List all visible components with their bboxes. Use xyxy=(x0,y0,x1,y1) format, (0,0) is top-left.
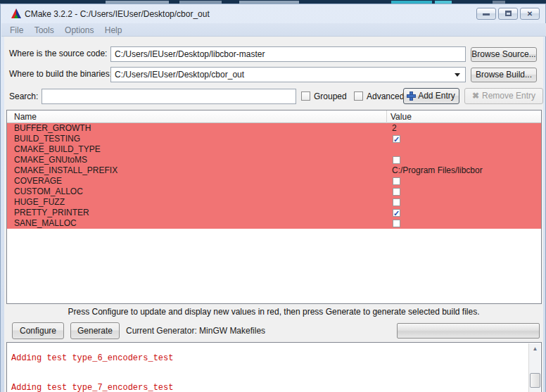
column-header-value[interactable]: Value xyxy=(391,112,412,122)
close-button[interactable]: ✕ xyxy=(520,8,540,20)
value-checkbox[interactable] xyxy=(393,209,400,217)
variable-name: CUSTOM_ALLOC xyxy=(14,186,83,197)
output-log[interactable]: Adding test type_6_encoders_test Adding … xyxy=(6,342,542,392)
variable-name: HUGE_FUZZ xyxy=(14,197,65,208)
table-row[interactable]: BUILD_TESTING xyxy=(7,134,541,144)
screen: CMake 3.2.2 - C:/Users/IEUser/Desktop/cb… xyxy=(0,0,546,392)
maximize-button[interactable] xyxy=(498,8,518,20)
build-path-combobox[interactable]: C:/Users/IEUser/Desktop/cbor_out xyxy=(110,67,466,82)
add-entry-button[interactable]: Add Entry xyxy=(403,88,459,104)
configure-button[interactable]: Configure xyxy=(12,322,64,339)
build-binaries-label: Where to build the binaries: xyxy=(9,69,112,79)
title-bar[interactable]: CMake 3.2.2 - C:/Users/IEUser/Desktop/cb… xyxy=(1,4,545,23)
table-row[interactable]: PRETTY_PRINTER xyxy=(7,208,541,218)
table-row[interactable]: HUGE_FUZZ xyxy=(7,197,541,208)
log-scrollbar[interactable]: ▲ ▼ xyxy=(528,343,540,392)
menu-help[interactable]: Help xyxy=(101,25,127,36)
variable-name: CMAKE_BUILD_TYPE xyxy=(14,144,101,155)
variable-name: CMAKE_GNUtoMS xyxy=(14,155,87,165)
variable-name: PRETTY_PRINTER xyxy=(14,208,89,218)
table-row[interactable]: CMAKE_GNUtoMS xyxy=(7,155,541,165)
variable-name: BUFFER_GROWTH xyxy=(14,123,91,134)
progress-bar xyxy=(397,323,540,339)
menu-bar: File Tools Options Help xyxy=(1,23,546,37)
value-checkbox[interactable] xyxy=(393,177,400,185)
table-row[interactable]: SANE_MALLOC xyxy=(7,218,541,229)
menu-options[interactable]: Options xyxy=(61,25,98,36)
browse-source-button[interactable]: Browse Source... xyxy=(471,47,537,62)
maximize-icon xyxy=(505,11,512,16)
value-checkbox[interactable] xyxy=(393,188,400,196)
scroll-up-icon[interactable]: ▲ xyxy=(530,343,540,354)
variable-value[interactable]: C:/Program Files/libcbor xyxy=(392,165,483,176)
scrollbar-thumb[interactable] xyxy=(530,373,540,388)
value-checkbox[interactable] xyxy=(393,135,400,143)
log-lines: Adding test type_6_encoders_test Adding … xyxy=(7,342,541,392)
menu-file[interactable]: File xyxy=(6,25,27,36)
source-path-input[interactable]: C:/Users/IEUser/Desktop/libcbor-master xyxy=(110,46,466,62)
cmake-window: CMake 3.2.2 - C:/Users/IEUser/Desktop/cb… xyxy=(0,4,546,392)
source-code-label: Where is the source code: xyxy=(9,49,107,58)
window-title: CMake 3.2.2 - C:/Users/IEUser/Desktop/cb… xyxy=(25,9,210,19)
value-checkbox[interactable] xyxy=(393,198,400,206)
value-checkbox[interactable] xyxy=(393,220,400,227)
log-line: Adding test type_7_encoders_test xyxy=(11,384,541,392)
cmake-logo-icon xyxy=(11,8,22,19)
close-icon: ✕ xyxy=(527,10,533,18)
variable-value[interactable]: 2 xyxy=(392,123,397,134)
variable-name: SANE_MALLOC xyxy=(14,218,77,229)
table-row[interactable]: BUFFER_GROWTH 2 xyxy=(7,123,541,134)
configure-hint-text: Press Configure to update and display ne… xyxy=(4,307,543,317)
menu-tools[interactable]: Tools xyxy=(30,25,58,36)
current-generator-label: Current Generator: MinGW Makefiles xyxy=(126,326,265,336)
main-content: Where is the source code: C:/Users/IEUse… xyxy=(4,37,543,392)
column-header-name[interactable]: Name xyxy=(14,112,37,122)
add-entry-label: Add Entry xyxy=(418,91,455,101)
browse-build-button[interactable]: Browse Build... xyxy=(471,68,537,82)
variable-name: BUILD_TESTING xyxy=(14,134,80,144)
minimize-button[interactable] xyxy=(476,8,496,20)
table-row[interactable]: CMAKE_BUILD_TYPE xyxy=(7,144,541,155)
generate-button[interactable]: Generate xyxy=(70,322,120,339)
variable-name: COVERAGE xyxy=(14,176,62,186)
build-path-value: C:/Users/IEUser/Desktop/cbor_out xyxy=(115,70,244,80)
value-checkbox[interactable] xyxy=(393,156,400,164)
x-icon: ✖ xyxy=(472,89,479,103)
action-row: Configure Generate Current Generator: Mi… xyxy=(4,322,543,339)
scroll-down-icon[interactable]: ▼ xyxy=(530,388,540,392)
remove-entry-label: Remove Entry xyxy=(482,91,535,101)
plus-icon xyxy=(407,92,415,100)
table-row[interactable]: CMAKE_INSTALL_PREFIX C:/Program Files/li… xyxy=(7,165,541,176)
table-row[interactable]: COVERAGE xyxy=(7,176,541,186)
chevron-down-icon[interactable] xyxy=(455,73,460,77)
minimize-icon xyxy=(483,13,490,15)
variable-name: CMAKE_INSTALL_PREFIX xyxy=(14,165,118,176)
column-divider[interactable] xyxy=(386,110,387,123)
table-header[interactable]: Name Value xyxy=(7,110,541,123)
remove-entry-button[interactable]: ✖Remove Entry xyxy=(464,88,543,104)
log-line: Adding test type_6_encoders_test xyxy=(11,354,541,364)
cache-variables-table: Name Value BUFFER_GROWTH 2 BUILD_TESTING… xyxy=(6,110,542,304)
table-row[interactable]: CUSTOM_ALLOC xyxy=(7,186,541,197)
